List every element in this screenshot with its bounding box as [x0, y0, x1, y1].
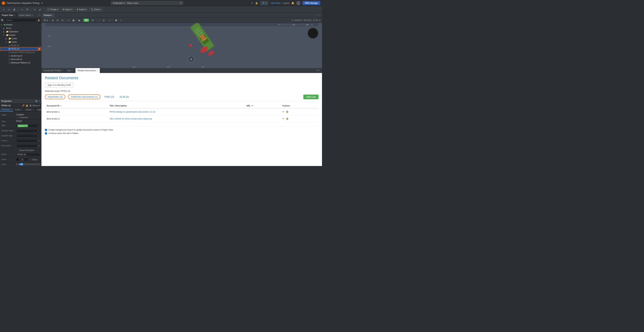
- vp-layers2-btn[interactable]: ▦: [72, 19, 76, 22]
- vp-3d-btn[interactable]: 3D: [90, 19, 95, 22]
- tab-project-view[interactable]: Project View ✕: [0, 13, 17, 18]
- sort-icon-docid[interactable]: ⇅: [60, 105, 62, 107]
- undo-button[interactable]: ↩: [2, 8, 6, 12]
- properties-close-btn[interactable]: ✕: [38, 100, 40, 102]
- vp-record-btn[interactable]: ⏺: [114, 19, 118, 22]
- export-dropdown[interactable]: ⬆ Export ▾: [75, 8, 88, 12]
- tree-item-fpso3[interactable]: FPSO #3 3: [0, 47, 41, 51]
- prop-tab-costs[interactable]: Costs ✕: [14, 108, 24, 111]
- tab-asset-library[interactable]: Asset Library ✕: [17, 13, 35, 18]
- supplier-tags-chevron[interactable]: ▾: [38, 135, 39, 137]
- scale-slider[interactable]: [18, 163, 41, 166]
- doc1-edit-button[interactable]: ✏: [282, 110, 284, 113]
- vp-2d-btn[interactable]: 2D: [84, 19, 89, 22]
- cut-button[interactable]: ✂: [20, 8, 24, 12]
- tree-item-fpso2[interactable]: FPSO #2 › ›: [0, 44, 41, 47]
- edit-button[interactable]: ✏: [33, 8, 37, 12]
- collaborators-button[interactable]: 👤 1: [260, 1, 268, 5]
- tree-item-generic-fpso[interactable]: Generic FPSO (Turret) #3: [0, 51, 41, 54]
- prop-tab-common-close[interactable]: ✕: [10, 109, 12, 110]
- user-avatar[interactable]: [296, 1, 300, 5]
- tools-dropdown[interactable]: 🔧 Tools ▾: [89, 8, 102, 12]
- doc2-edit-button[interactable]: ✏: [282, 117, 284, 120]
- tree-item-cover[interactable]: ▶ 📁 Cover: [0, 37, 41, 40]
- label-color-swatch[interactable]: [16, 158, 19, 161]
- cat-tab-pims[interactable]: PIMS (0): [103, 95, 115, 99]
- tab-asset-library-close[interactable]: ✕: [32, 14, 33, 16]
- viewport-tab-close[interactable]: ✕: [52, 14, 54, 16]
- continue-when-hidden-checkbox[interactable]: [45, 132, 47, 134]
- notification-icon[interactable]: 🔔: [292, 2, 294, 4]
- tag-phase2-remove[interactable]: ✕: [26, 125, 27, 127]
- vp-expand-btn[interactable]: ⤢: [119, 19, 123, 22]
- prop-tab-assets-close[interactable]: ✕: [32, 109, 34, 111]
- import-dropdown[interactable]: ⬇ Import ▾: [61, 8, 74, 12]
- tab-related-docs[interactable]: Related Documents ✕: [76, 68, 100, 73]
- prop-tab-assets[interactable]: Assets ✕: [24, 108, 36, 111]
- cat-tab-fieldtwin[interactable]: FieldTwin Documents (1): [68, 94, 100, 99]
- view-links-btn[interactable]: View links: [270, 2, 280, 4]
- inactive-checkbox[interactable]: [16, 116, 18, 118]
- tree-item-jacket-rig[interactable]: Jacket-rig #1: [0, 54, 41, 58]
- pro-design-button[interactable]: PRO Design: [302, 1, 320, 5]
- redo-button[interactable]: ↪: [7, 8, 11, 12]
- doc1-title-link[interactable]: FPSO design & specification document 1.0…: [110, 110, 155, 113]
- add-link-button[interactable]: Add Link: [303, 95, 318, 99]
- vp-layers-btn[interactable]: ⬡: [67, 19, 70, 22]
- vp-circle-btn[interactable]: ○: [98, 19, 101, 22]
- filter-icon[interactable]: ⚡: [38, 19, 40, 22]
- doc2-delete-button[interactable]: 🗑: [286, 117, 289, 120]
- operator-tags-chevron[interactable]: ▾: [38, 130, 39, 132]
- bottom-panel-expand-icons[interactable]: ⊞ ✕: [315, 69, 322, 72]
- tree-item-wellhead[interactable]: Wellhead Platform #1: [0, 61, 41, 65]
- vp-settings-btn[interactable]: ⚙ ▾: [43, 19, 49, 22]
- prop-tab-logs[interactable]: Logs ✕: [36, 108, 41, 111]
- vp-circle2-btn[interactable]: ◎: [102, 19, 106, 22]
- tree-item-semi-sub[interactable]: Semi-sub #1: [0, 58, 41, 61]
- enable-bg-checkbox[interactable]: [45, 129, 47, 131]
- tab-connection-profile[interactable]: Connection Profile ✕: [42, 68, 65, 73]
- tab-cost[interactable]: Cost ✕: [65, 68, 76, 73]
- create-dropdown[interactable]: ☐ Create ▾: [46, 8, 60, 12]
- copy-button[interactable]: ⧉: [26, 7, 29, 12]
- name-input[interactable]: [16, 153, 40, 156]
- vp-zoom-in-btn[interactable]: ⊕: [51, 19, 55, 22]
- tab-related-docs-close[interactable]: ✕: [96, 70, 98, 71]
- source-input[interactable]: [16, 139, 38, 143]
- delete-button[interactable]: 🗑: [12, 8, 16, 12]
- description-edit-icon[interactable]: ✏: [38, 145, 40, 147]
- description-input[interactable]: [16, 144, 38, 148]
- tab-cost-close[interactable]: ✕: [72, 70, 73, 71]
- vp-fit-btn[interactable]: ⊡: [60, 19, 64, 22]
- panel-expand-icon[interactable]: ⊞: [38, 14, 41, 16]
- tree-item-assets[interactable]: ▼ 📁 Assets: [0, 33, 41, 37]
- sign-in-bentley-button[interactable]: Sign In to Bentley ALIM: [45, 83, 74, 87]
- settings-icon[interactable]: ⚙: [41, 2, 43, 4]
- vp-play-btn[interactable]: ▶: [78, 19, 81, 22]
- viewport-tab[interactable]: Viewport ✕: [42, 13, 56, 18]
- brush-button[interactable]: 🖌: [38, 8, 42, 12]
- tab-conn-close[interactable]: ✕: [61, 70, 62, 71]
- tags-chevron[interactable]: ▾: [38, 125, 39, 127]
- sort-icon-title[interactable]: ↑: [128, 105, 128, 107]
- prop-tab-costs-close[interactable]: ✕: [21, 109, 22, 111]
- tree-item-operators[interactable]: ▶ 📁 Operators: [0, 30, 41, 33]
- label-value-input[interactable]: [20, 158, 29, 161]
- more-icon[interactable]: More ▾: [33, 104, 40, 107]
- cat-tab-hyperlinks[interactable]: Hyperlinks (2): [45, 94, 65, 99]
- doc2-title-link[interactable]: VES-23454-HJ 2019 construction planning: [110, 117, 152, 120]
- search-input[interactable]: [4, 18, 37, 22]
- tree-item-rov[interactable]: ▶ rov: [0, 27, 41, 30]
- subproject-selector[interactable]: Subproject 1 - Base Case ▾: [111, 1, 183, 5]
- tree-item-hosts[interactable]: ▼ 📁 Hosts: [0, 40, 41, 44]
- tab-project-view-close[interactable]: ✕: [14, 14, 15, 16]
- show-desc-checkbox[interactable]: [16, 149, 18, 151]
- doc1-delete-button[interactable]: 🗑: [286, 110, 289, 113]
- vp-wave-btn[interactable]: ∿: [108, 19, 112, 22]
- viewport-canvas[interactable]: 0 100 200 m -600 -800 -600 -400 -200: [42, 23, 322, 68]
- cat-tab-alim[interactable]: ALIM (0): [118, 95, 130, 99]
- layout-btn[interactable]: Layout: [283, 2, 289, 4]
- trash-icon-prop[interactable]: 🗑: [29, 104, 32, 107]
- vp-zoom-out-btn[interactable]: ⊖: [56, 19, 60, 22]
- source-edit-icon[interactable]: ✏: [38, 140, 40, 142]
